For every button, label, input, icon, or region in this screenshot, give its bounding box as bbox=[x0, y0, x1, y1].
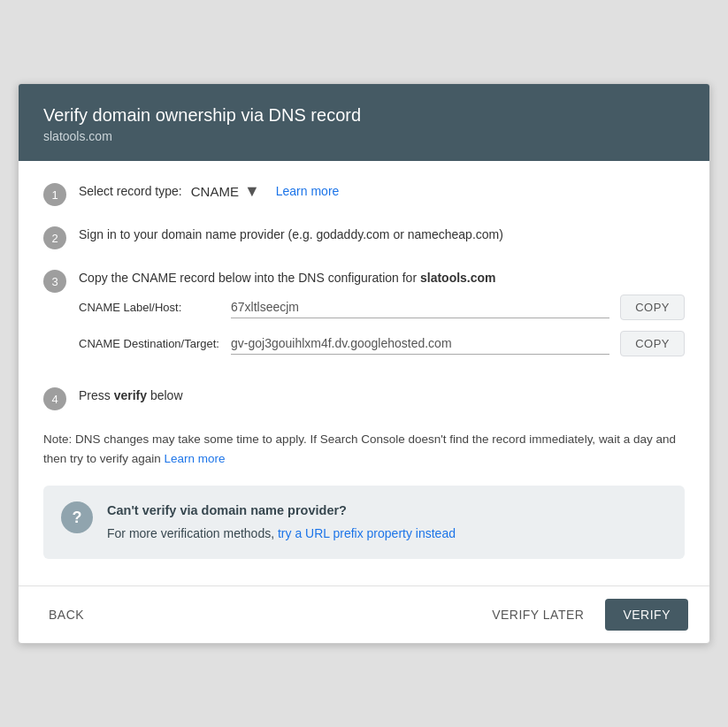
step-3-instruction: Copy the CNAME record below into the DNS… bbox=[79, 269, 685, 287]
select-record-label: Select record type: bbox=[79, 182, 182, 201]
record-type-value: CNAME bbox=[191, 184, 239, 199]
step-number-3: 3 bbox=[43, 270, 66, 293]
step-4: 4 Press verify below bbox=[43, 386, 685, 410]
step-2-text: Sign in to your domain name provider (e.… bbox=[79, 227, 503, 241]
step1-learn-more-link[interactable]: Learn more bbox=[276, 182, 340, 201]
cname-label-field-label: CNAME Label/Host: bbox=[79, 299, 220, 317]
step-1: 1 Select record type: CNAME ▼ Learn more bbox=[43, 182, 685, 206]
dialog-subtitle: slatools.com bbox=[43, 129, 685, 143]
cname-destination-row: CNAME Destination/Target: COPY bbox=[79, 331, 685, 356]
dialog-footer: BACK VERIFY LATER VERIFY bbox=[19, 585, 709, 643]
cname-label-input[interactable] bbox=[231, 296, 609, 318]
step-4-text-before: Press bbox=[79, 388, 114, 402]
verify-button[interactable]: VERIFY bbox=[605, 599, 688, 631]
dialog-body: 1 Select record type: CNAME ▼ Learn more… bbox=[19, 161, 709, 585]
dropdown-arrow-icon: ▼ bbox=[244, 182, 260, 201]
step-3: 3 Copy the CNAME record below into the D… bbox=[43, 269, 685, 367]
cname-label-row: CNAME Label/Host: COPY bbox=[79, 295, 685, 320]
cname-fields: CNAME Label/Host: COPY CNAME Destination… bbox=[79, 295, 685, 356]
note-text: Note: DNS changes may take some time to … bbox=[43, 430, 685, 468]
step-3-domain: slatools.com bbox=[420, 271, 496, 285]
copy-destination-button[interactable]: COPY bbox=[620, 331, 685, 356]
alt-verify-text: Can't verify via domain name provider? F… bbox=[107, 501, 456, 543]
step-3-text-before: Copy the CNAME record below into the DNS… bbox=[79, 271, 420, 285]
copy-label-button[interactable]: COPY bbox=[620, 295, 685, 320]
alt-verify-desc: For more verification methods, bbox=[107, 526, 278, 540]
record-type-dropdown[interactable]: CNAME ▼ bbox=[191, 182, 260, 201]
step-2-content: Sign in to your domain name provider (e.… bbox=[79, 226, 685, 244]
verify-later-button[interactable]: VERIFY LATER bbox=[478, 601, 598, 629]
step-2: 2 Sign in to your domain name provider (… bbox=[43, 226, 685, 249]
alt-verify-box: ? Can't verify via domain name provider?… bbox=[43, 486, 685, 559]
cname-destination-input[interactable] bbox=[231, 333, 609, 355]
step-4-text-after: below bbox=[147, 388, 182, 402]
footer-right-buttons: VERIFY LATER VERIFY bbox=[478, 599, 688, 631]
alt-verify-title: Can't verify via domain name provider? bbox=[107, 501, 456, 521]
record-type-row: Select record type: CNAME ▼ Learn more bbox=[79, 182, 685, 201]
question-icon: ? bbox=[61, 501, 93, 533]
verify-domain-dialog: Verify domain ownership via DNS record s… bbox=[18, 83, 710, 644]
dialog-header: Verify domain ownership via DNS record s… bbox=[19, 84, 709, 161]
step-3-content: Copy the CNAME record below into the DNS… bbox=[79, 269, 685, 367]
note-learn-more-link[interactable]: Learn more bbox=[165, 452, 226, 465]
back-button[interactable]: BACK bbox=[40, 601, 93, 629]
step-4-text-bold: verify bbox=[114, 388, 147, 402]
step-1-content: Select record type: CNAME ▼ Learn more bbox=[79, 182, 685, 201]
step-number-4: 4 bbox=[43, 387, 66, 410]
step-number-2: 2 bbox=[43, 226, 66, 249]
cname-destination-field-label: CNAME Destination/Target: bbox=[79, 335, 220, 353]
dialog-title: Verify domain ownership via DNS record bbox=[43, 105, 685, 126]
note-text-content: Note: DNS changes may take some time to … bbox=[43, 432, 676, 465]
alt-verify-link[interactable]: try a URL prefix property instead bbox=[278, 526, 456, 540]
step-number-1: 1 bbox=[43, 183, 66, 206]
step-4-content: Press verify below bbox=[79, 386, 685, 405]
